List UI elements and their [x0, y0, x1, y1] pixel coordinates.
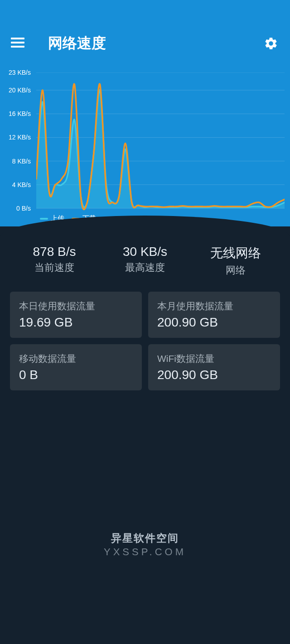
body-section: 878 B/s当前速度30 KB/s最高速度无线网络网络 本日使用数据流量19.…: [0, 226, 290, 644]
app-title: 网络速度: [48, 34, 263, 53]
card-value: 200.90 GB: [157, 315, 271, 330]
card-value: 0 B: [19, 368, 133, 382]
y-tick: 16 KB/s: [9, 110, 31, 117]
y-tick: 0 B/s: [16, 205, 31, 212]
card-label: WiFi数据流量: [157, 352, 271, 365]
stat-label: 最高速度: [100, 261, 190, 274]
card-value: 19.69 GB: [19, 315, 133, 330]
gear-icon[interactable]: [263, 35, 279, 52]
chart-y-axis: 23 KB/s20 KB/s16 KB/s12 KB/s8 KB/s4 KB/s…: [5, 72, 33, 213]
speed-chart: 23 KB/s20 KB/s16 KB/s12 KB/s8 KB/s4 KB/s…: [5, 72, 290, 226]
cards-grid: 本日使用数据流量19.69 GB本月使用数据流量200.90 GB移动数据流量0…: [0, 292, 290, 390]
watermark-url: YXSSP.COM: [104, 546, 186, 558]
card-value: 200.90 GB: [157, 368, 271, 382]
card-label: 移动数据流量: [19, 352, 133, 365]
y-tick: 23 KB/s: [9, 69, 31, 76]
stat-value: 878 B/s: [9, 245, 100, 259]
legend-swatch: [40, 218, 48, 220]
app-bar: 网络速度: [0, 27, 290, 60]
watermark-title: 异星软件空间: [104, 531, 186, 545]
card-label: 本月使用数据流量: [157, 300, 271, 312]
stat-label: 网络: [190, 264, 281, 277]
menu-icon[interactable]: [11, 35, 27, 52]
stats-row: 878 B/s当前速度30 KB/s最高速度无线网络网络: [0, 245, 290, 292]
stat-value: 30 KB/s: [100, 245, 190, 259]
y-tick: 4 KB/s: [12, 181, 31, 188]
watermark: 异星软件空间 YXSSP.COM: [104, 531, 186, 558]
y-tick: 8 KB/s: [12, 158, 31, 165]
usage-card[interactable]: 本日使用数据流量19.69 GB: [10, 292, 142, 338]
header-section: 网络速度 23 KB/s20 KB/s16 KB/s12 KB/s8 KB/s4…: [0, 0, 290, 226]
chart-plot: [36, 72, 285, 213]
usage-card[interactable]: 本月使用数据流量200.90 GB: [148, 292, 280, 338]
y-tick: 12 KB/s: [9, 134, 31, 141]
stat-item: 30 KB/s最高速度: [100, 245, 190, 277]
card-label: 本日使用数据流量: [19, 300, 133, 312]
usage-card[interactable]: WiFi数据流量200.90 GB: [148, 344, 280, 390]
status-bar: [0, 0, 290, 27]
stat-label: 当前速度: [9, 261, 100, 274]
usage-card[interactable]: 移动数据流量0 B: [10, 344, 142, 390]
y-tick: 20 KB/s: [9, 87, 31, 94]
stat-item: 878 B/s当前速度: [9, 245, 100, 277]
stat-value: 无线网络: [190, 245, 281, 262]
stat-item: 无线网络网络: [190, 245, 281, 277]
